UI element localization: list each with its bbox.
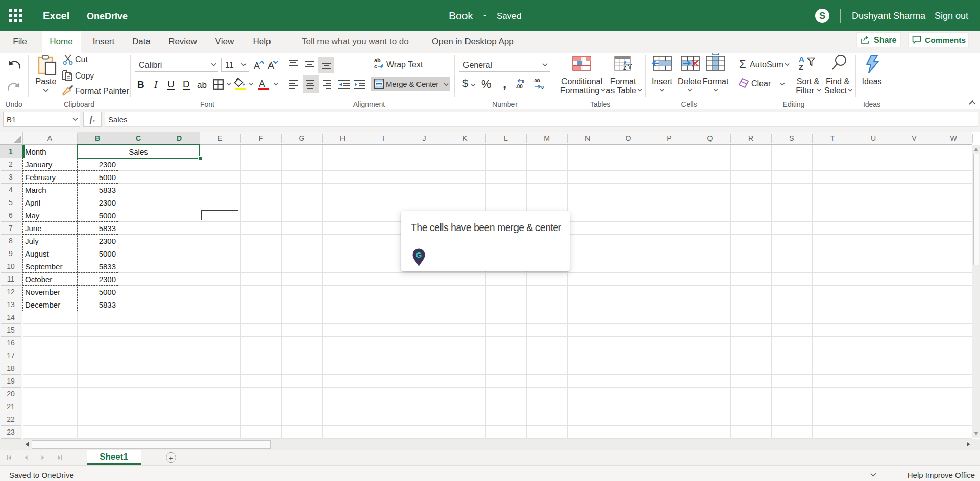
svg-text:.00: .00 <box>516 84 523 89</box>
svg-text:0: 0 <box>522 79 524 84</box>
svg-text:.00: .00 <box>533 78 540 83</box>
svg-text:0: 0 <box>541 85 544 89</box>
svg-text:Z: Z <box>799 63 803 71</box>
svg-text:c: c <box>374 63 377 69</box>
svg-text:A: A <box>799 55 804 63</box>
svg-text:Z: Z <box>623 65 626 71</box>
svg-text:ab: ab <box>374 58 381 63</box>
svg-text:G: G <box>416 250 422 259</box>
